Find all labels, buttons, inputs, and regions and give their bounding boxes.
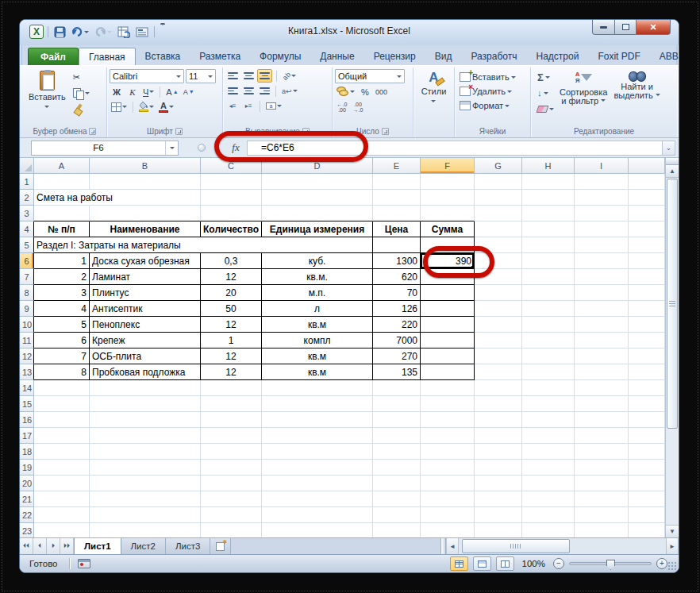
cell-A1[interactable] bbox=[34, 174, 90, 190]
increase-decimal-button[interactable]: ←.0.00 bbox=[335, 100, 349, 114]
cell-D3[interactable] bbox=[262, 206, 373, 221]
cell-F9[interactable] bbox=[421, 301, 475, 317]
cell-E12[interactable]: 270 bbox=[373, 348, 421, 364]
cell-A6[interactable]: 1 bbox=[34, 253, 90, 269]
cell-E17[interactable] bbox=[373, 428, 421, 444]
cell-partial-13[interactable] bbox=[629, 364, 665, 380]
align-left-button[interactable] bbox=[225, 84, 240, 98]
ribbon-tab-Рецензир[interactable]: Рецензир bbox=[364, 48, 425, 65]
cell-C13[interactable]: 12 bbox=[201, 364, 262, 380]
row-header-20[interactable]: 20 bbox=[20, 476, 34, 491]
cell-G14[interactable] bbox=[475, 380, 522, 396]
cell-I16[interactable] bbox=[575, 412, 629, 428]
cell-D7[interactable]: кв.м. bbox=[262, 269, 373, 285]
row-header-22[interactable]: 22 bbox=[20, 507, 34, 523]
cell-D13[interactable]: кв.м bbox=[262, 364, 373, 380]
ribbon-tab-Разработч[interactable]: Разработч bbox=[461, 48, 526, 65]
scroll-down-button[interactable]: ▼ bbox=[666, 525, 679, 537]
column-header-F[interactable]: F bbox=[421, 158, 475, 174]
cell-A7[interactable]: 2 bbox=[34, 269, 90, 285]
close-button[interactable]: ✕ bbox=[637, 20, 671, 35]
cell-B4[interactable]: Наименование bbox=[90, 221, 201, 237]
cell-G16[interactable] bbox=[475, 412, 522, 428]
cell-G15[interactable] bbox=[475, 396, 522, 412]
restore-button[interactable] bbox=[615, 20, 637, 35]
scroll-left-button[interactable]: ◄ bbox=[446, 538, 459, 554]
cell-E16[interactable] bbox=[373, 412, 421, 428]
cell-C15[interactable] bbox=[201, 396, 262, 412]
cell-A21[interactable] bbox=[34, 491, 90, 507]
cell-D10[interactable]: кв.м bbox=[262, 317, 373, 333]
cell-H23[interactable] bbox=[522, 523, 575, 537]
next-sheet-button[interactable]: ⏵ bbox=[47, 538, 60, 554]
cell-I14[interactable] bbox=[575, 380, 629, 396]
row-header-13[interactable]: 13 bbox=[20, 364, 34, 380]
cell-partial-15[interactable] bbox=[629, 396, 665, 412]
cell-E23[interactable] bbox=[373, 523, 421, 537]
last-sheet-button[interactable]: ⏵⏵ bbox=[60, 538, 74, 554]
comma-style-button[interactable]: 000 bbox=[374, 85, 389, 98]
cell-partial-23[interactable] bbox=[629, 523, 665, 537]
cell-H17[interactable] bbox=[522, 428, 575, 444]
cell-D2[interactable] bbox=[262, 190, 373, 206]
cell-partial-10[interactable] bbox=[629, 317, 665, 333]
cell-F21[interactable] bbox=[421, 491, 475, 507]
cell-H18[interactable] bbox=[522, 444, 575, 460]
decrease-indent-button[interactable]: ◂≡ bbox=[225, 99, 240, 113]
cell-F2[interactable] bbox=[421, 190, 475, 206]
zoom-out-button[interactable]: − bbox=[553, 558, 564, 569]
expand-formula-bar-button[interactable]: ⌄ bbox=[662, 141, 675, 156]
cell-H22[interactable] bbox=[522, 507, 575, 523]
cell-D22[interactable] bbox=[262, 507, 373, 523]
cell-B14[interactable] bbox=[90, 380, 201, 396]
cell-G23[interactable] bbox=[475, 523, 522, 537]
font-color-button[interactable]: А bbox=[157, 100, 175, 114]
cell-C11[interactable]: 1 bbox=[201, 333, 262, 348]
row-header-11[interactable]: 11 bbox=[20, 333, 34, 348]
cell-H13[interactable] bbox=[522, 364, 575, 380]
clear-button[interactable] bbox=[535, 102, 556, 116]
cell-C23[interactable] bbox=[201, 523, 262, 537]
cell-partial-20[interactable] bbox=[629, 476, 665, 491]
row-header-9[interactable]: 9 bbox=[20, 301, 34, 317]
cell-D6[interactable]: куб. bbox=[262, 253, 373, 269]
cell-H20[interactable] bbox=[522, 476, 575, 491]
italic-button[interactable]: К bbox=[125, 85, 140, 98]
ribbon-tab-Надстрой[interactable]: Надстрой bbox=[526, 48, 588, 65]
sheet-tab-Лист2[interactable]: Лист2 bbox=[121, 538, 166, 554]
align-right-button[interactable] bbox=[257, 84, 271, 98]
cell-partial-17[interactable] bbox=[629, 428, 665, 444]
cell-H6[interactable] bbox=[522, 253, 575, 269]
cell-B3[interactable] bbox=[90, 206, 201, 221]
cell-H14[interactable] bbox=[522, 380, 575, 396]
cell-partial-3[interactable] bbox=[629, 206, 665, 221]
ribbon-tab-Foxit PDF[interactable]: Foxit PDF bbox=[588, 48, 649, 65]
name-box-dropdown[interactable] bbox=[165, 141, 178, 155]
column-header-B[interactable]: B bbox=[90, 158, 201, 174]
cell-A17[interactable] bbox=[34, 428, 90, 444]
cell-F16[interactable] bbox=[421, 412, 475, 428]
cell-A4[interactable]: № п/п bbox=[34, 221, 90, 237]
vertical-scrollbar[interactable]: ▲ ▼ bbox=[665, 158, 679, 537]
cell-F14[interactable] bbox=[421, 380, 475, 396]
cell-F13[interactable] bbox=[421, 364, 475, 380]
align-bottom-button[interactable] bbox=[257, 69, 272, 83]
cell-G22[interactable] bbox=[475, 507, 522, 523]
cell-F20[interactable] bbox=[421, 476, 475, 491]
cell-partial-8[interactable] bbox=[629, 285, 665, 301]
vertical-scroll-thumb[interactable] bbox=[667, 179, 678, 429]
cell-partial-21[interactable] bbox=[629, 491, 665, 507]
cell-G21[interactable] bbox=[475, 491, 522, 507]
cell-E14[interactable] bbox=[373, 380, 421, 396]
cell-partial-22[interactable] bbox=[629, 507, 665, 523]
cell-D8[interactable]: м.п. bbox=[262, 285, 373, 301]
row-header-17[interactable]: 17 bbox=[20, 428, 34, 444]
cell-I9[interactable] bbox=[575, 301, 629, 317]
row-header-6[interactable]: 6 bbox=[20, 253, 34, 269]
cell-E13[interactable]: 135 bbox=[373, 364, 421, 380]
format-painter-button[interactable] bbox=[71, 102, 92, 116]
cell-B7[interactable]: Ламинат bbox=[90, 269, 201, 285]
cell-I6[interactable] bbox=[575, 253, 629, 269]
column-header-A[interactable]: A bbox=[34, 158, 90, 174]
row-header-3[interactable]: 3 bbox=[20, 206, 34, 221]
